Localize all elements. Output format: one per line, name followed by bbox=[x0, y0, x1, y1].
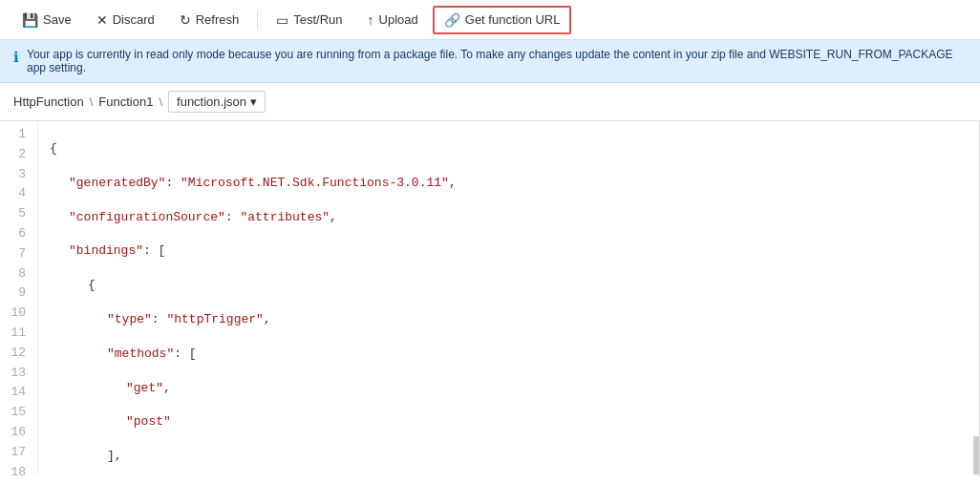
separator bbox=[257, 10, 258, 30]
refresh-button[interactable]: ↻ Refresh bbox=[169, 7, 250, 33]
breadcrumb: HttpFunction \ Function1 \ function.json… bbox=[0, 83, 980, 121]
save-button[interactable]: 💾 Save bbox=[11, 7, 82, 33]
code-line: "type": "httpTrigger", bbox=[50, 310, 968, 330]
breadcrumb-sep2: \ bbox=[159, 94, 162, 109]
code-line: "bindings": [ bbox=[50, 242, 968, 262]
line-numbers: 12345 678910 1112131415 161718 bbox=[0, 121, 38, 476]
upload-button[interactable]: ↑ Upload bbox=[357, 7, 429, 33]
breadcrumb-sep1: \ bbox=[90, 94, 94, 109]
code-line: ], bbox=[50, 447, 968, 467]
code-line: "configurationSource": "attributes", bbox=[50, 208, 968, 228]
discard-button[interactable]: ✕ Discard bbox=[86, 7, 165, 33]
code-line: { bbox=[50, 276, 968, 296]
code-line: "methods": [ bbox=[50, 345, 968, 365]
get-function-url-button[interactable]: 🔗 Get function URL bbox=[433, 6, 572, 34]
save-icon: 💾 bbox=[22, 12, 38, 28]
link-icon: 🔗 bbox=[444, 12, 460, 28]
testrun-icon: ▭ bbox=[276, 12, 288, 28]
info-banner: ℹ Your app is currently in read only mod… bbox=[0, 40, 980, 83]
upload-icon: ↑ bbox=[368, 12, 374, 28]
code-content: { "generatedBy": "Microsoft.NET.Sdk.Func… bbox=[38, 121, 979, 476]
code-line: "get", bbox=[50, 379, 968, 399]
breadcrumb-part2: Function1 bbox=[98, 94, 153, 109]
file-dropdown[interactable]: function.json ▾ bbox=[168, 91, 266, 113]
code-line: { bbox=[50, 139, 968, 159]
scrollbar[interactable] bbox=[973, 436, 979, 474]
discard-icon: ✕ bbox=[96, 12, 108, 28]
code-line: "generatedBy": "Microsoft.NET.Sdk.Functi… bbox=[50, 174, 968, 194]
info-icon: ℹ bbox=[13, 49, 19, 66]
refresh-icon: ↻ bbox=[180, 12, 191, 28]
toolbar: 💾 Save ✕ Discard ↻ Refresh ▭ Test/Run ↑ … bbox=[0, 0, 980, 40]
file-dropdown-label: function.json bbox=[177, 94, 246, 109]
code-editor[interactable]: 12345 678910 1112131415 161718 { "genera… bbox=[0, 121, 980, 476]
breadcrumb-part1: HttpFunction bbox=[13, 94, 84, 109]
testrun-button[interactable]: ▭ Test/Run bbox=[266, 7, 352, 33]
code-line: "post" bbox=[50, 412, 968, 432]
chevron-down-icon: ▾ bbox=[250, 94, 257, 109]
